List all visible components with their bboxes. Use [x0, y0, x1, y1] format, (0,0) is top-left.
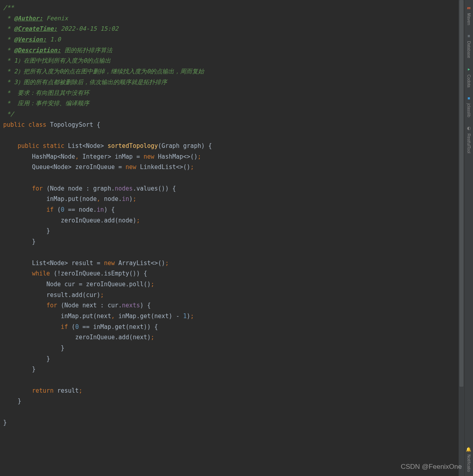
restful-icon: ◐ — [467, 124, 471, 132]
doc-author-tag: @Author: — [14, 15, 43, 22]
tool-codota[interactable]: ▸ Codota — [465, 65, 473, 87]
doc-line-4: * 要求：有向图且其中没有环 — [3, 89, 89, 96]
code-editor[interactable]: /** * @Author: Feenix * @CreateTime: 202… — [0, 0, 459, 476]
doc-line-3: * 3）图的所有点都被删除后，依次输出的顺序就是拓扑排序 — [3, 79, 167, 86]
maven-icon: m — [467, 4, 471, 12]
jclasslib-icon: ■ — [467, 94, 470, 102]
tool-restful[interactable]: ◐ RestfulTool — [465, 124, 473, 153]
kw-class: class — [28, 121, 46, 128]
tool-jclasslib[interactable]: ■ jclasslib — [465, 94, 473, 118]
bell-icon: 🔔 — [466, 446, 471, 454]
vertical-scrollbar[interactable] — [459, 0, 464, 476]
doc-desc-tag: @Description: — [14, 47, 61, 54]
tool-notifications[interactable]: 🔔 Notificatio — [465, 446, 472, 472]
right-tool-sidebar: m Maven ≡ Database ▸ Codota ■ jclasslib … — [464, 0, 473, 476]
doc-version-tag: @Version: — [14, 36, 46, 43]
tool-database[interactable]: ≡ Database — [465, 32, 473, 58]
database-icon: ≡ — [467, 32, 470, 40]
doc-line-5: * 应用：事件安排、编译顺序 — [3, 100, 89, 107]
scrollbar-thumb[interactable] — [459, 0, 463, 387]
doc-line-2: * 2）把所有入度为0的点在图中删掉，继续找入度为0的点输出，周而复始 — [3, 68, 204, 75]
method-name: sortedTopology — [108, 142, 158, 149]
tool-maven[interactable]: m Maven — [465, 4, 473, 25]
doc-close: */ — [3, 110, 14, 118]
kw-public: public — [3, 121, 25, 128]
class-name: TopologySort — [50, 121, 93, 128]
doc-create-tag: @CreateTime: — [14, 25, 57, 32]
doc-open: /** — [3, 4, 14, 11]
codota-icon: ▸ — [468, 65, 470, 73]
doc-line-1: * 1）在图中找到所有入度为0的点输出 — [3, 57, 111, 64]
